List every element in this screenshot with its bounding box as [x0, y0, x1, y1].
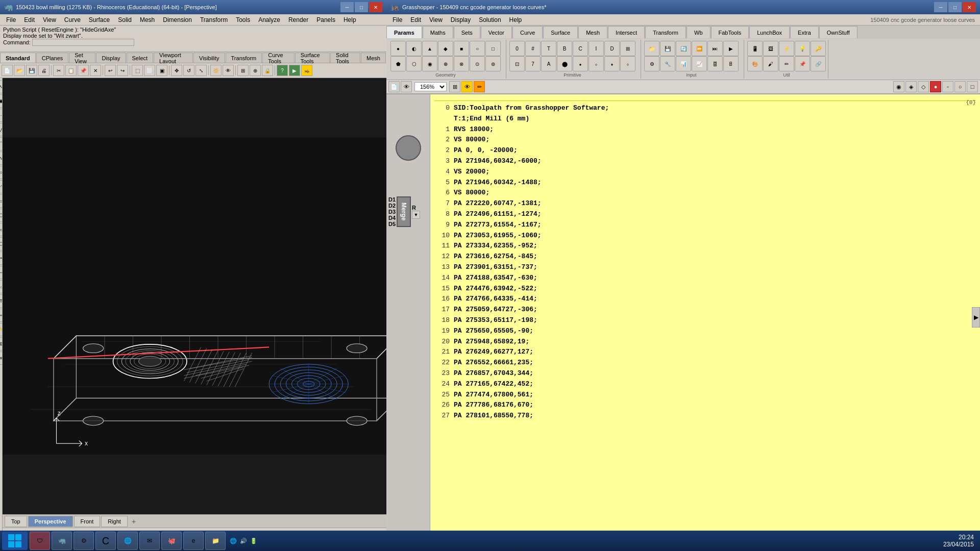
menu-edit[interactable]: Edit — [20, 15, 39, 24]
gh-tab-params[interactable]: Params — [386, 26, 422, 38]
gh-canvas[interactable]: {0} 0 SID:Toolpath from Grasshopper Soft… — [430, 94, 980, 540]
rhino-close-btn[interactable]: ✕ — [369, 2, 382, 12]
gh-btn-g10[interactable]: ◉ — [422, 56, 437, 71]
taskbar-app-sw[interactable]: 🛡 — [30, 532, 50, 550]
tb-move[interactable]: ✥ — [171, 65, 182, 76]
gh-tab-sets[interactable]: Sets — [454, 26, 480, 38]
gh-btn-p10[interactable]: 7 — [525, 56, 541, 71]
menu-panels[interactable]: Panels — [312, 15, 339, 24]
gh-btn-u8[interactable]: ✏ — [779, 56, 794, 71]
tb-scale[interactable]: ⤡ — [195, 65, 207, 76]
gh-btn-p11[interactable]: A — [541, 56, 556, 71]
gh-menu-edit[interactable]: Edit — [406, 15, 425, 24]
tb-open[interactable]: 📂 — [14, 65, 25, 76]
viewport-canvas[interactable]: x z — [3, 78, 386, 514]
gh-btn-u6[interactable]: 🎨 — [747, 56, 763, 71]
viewport-tab-top[interactable]: Top — [5, 516, 27, 527]
gcode-display[interactable]: {0} 0 SID:Toolpath from Grasshopper Soft… — [430, 94, 980, 540]
gh-tab-wb[interactable]: Wb — [687, 26, 710, 38]
gh-btn-g9[interactable]: ⬡ — [406, 56, 422, 71]
gh-btn-p13[interactable]: ⬥ — [573, 56, 588, 71]
tb-print[interactable]: 🖨 — [38, 65, 50, 76]
tb-cut[interactable]: ✂ — [53, 65, 64, 76]
gh-btn-i10[interactable]: 📈 — [692, 56, 707, 71]
gh-menu-view[interactable]: View — [425, 15, 447, 24]
taskbar-clock[interactable]: 20:24 23/04/2015 — [943, 534, 978, 548]
tb-grasshopper[interactable]: 🦗 — [301, 65, 312, 76]
gh-btn-g8[interactable]: ⬟ — [390, 56, 406, 71]
gh-btn-i3[interactable]: 🔄 — [676, 41, 691, 56]
taskbar-app-rhino[interactable]: 🦏 — [52, 532, 72, 550]
tab-visibility[interactable]: Visibility — [193, 53, 225, 63]
menu-transform[interactable]: Transform — [196, 15, 232, 24]
gh-view-btn-r7[interactable]: □ — [967, 81, 978, 92]
gh-btn-g13[interactable]: ⊙ — [470, 56, 485, 71]
gh-btn-g6[interactable]: ○ — [470, 41, 485, 56]
taskbar-app-filemanager[interactable]: 📁 — [205, 532, 226, 550]
tab-standard[interactable]: Standard — [0, 53, 36, 63]
gh-tab-extra[interactable]: Extra — [790, 26, 819, 38]
gh-btn-i8[interactable]: 🔧 — [660, 56, 675, 71]
gh-view-btn-pencil[interactable]: ✏ — [474, 81, 485, 92]
tab-display[interactable]: Display — [96, 53, 126, 63]
tab-transform[interactable]: Transform — [226, 53, 262, 63]
gh-btn-p1[interactable]: 0 — [509, 41, 525, 56]
menu-surface[interactable]: Surface — [85, 15, 114, 24]
tb-snap-grid[interactable]: ⊞ — [237, 65, 249, 76]
gh-btn-p8[interactable]: ⊞ — [620, 41, 635, 56]
gh-tab-lunchbox[interactable]: LunchBox — [749, 26, 790, 38]
gh-btn-i9[interactable]: 📊 — [676, 56, 691, 71]
tb-save[interactable]: 💾 — [26, 65, 37, 76]
viewport-tab-perspective[interactable]: Perspective — [28, 516, 73, 527]
menu-view[interactable]: View — [39, 15, 60, 24]
gh-tab-fabtools[interactable]: FabTools — [711, 26, 749, 38]
gh-view-btn-r4[interactable]: ● — [930, 81, 941, 92]
gh-btn-i5[interactable]: ⏭ — [707, 41, 723, 56]
menu-file[interactable]: File — [2, 15, 20, 24]
gh-btn-g4[interactable]: ◆ — [438, 41, 453, 56]
gh-btn-p14[interactable]: ⬦ — [589, 56, 604, 71]
gh-btn-g14[interactable]: ⊚ — [485, 56, 501, 71]
gh-btn-g12[interactable]: ⊗ — [454, 56, 469, 71]
gh-view-btn-r2[interactable]: ◈ — [905, 81, 917, 92]
tab-surface-tools[interactable]: Surface Tools — [295, 53, 330, 63]
taskbar-app-mail[interactable]: ✉ — [139, 532, 160, 550]
gh-view-btn-fit[interactable]: ⊞ — [449, 81, 460, 92]
gh-btn-u4[interactable]: 💡 — [795, 41, 810, 56]
gh-menu-file[interactable]: File — [388, 15, 406, 24]
viewport-tab-right[interactable]: Right — [101, 516, 128, 527]
menu-mesh[interactable]: Mesh — [136, 15, 159, 24]
gh-view-btn-doc[interactable]: 📄 — [388, 81, 400, 92]
gh-view-btn-r1[interactable]: ◉ — [893, 81, 904, 92]
gh-btn-p12[interactable]: ⬤ — [557, 56, 572, 71]
gh-btn-u3[interactable]: ⚡ — [779, 41, 794, 56]
gh-view-btn-r3[interactable]: ◇ — [918, 81, 929, 92]
gh-btn-p2[interactable]: # — [525, 41, 541, 56]
gh-tab-curve[interactable]: Curve — [512, 26, 543, 38]
tb-select-all[interactable]: ⬚ — [132, 65, 143, 76]
gh-btn-u2[interactable]: 🖼 — [763, 41, 778, 56]
gh-btn-p7[interactable]: D — [604, 41, 620, 56]
tb-render-preview[interactable]: 👁 — [223, 65, 234, 76]
gh-btn-g5[interactable]: ■ — [454, 41, 469, 56]
tb-delete[interactable]: ✕ — [90, 65, 101, 76]
gh-btn-p9[interactable]: ⊡ — [509, 56, 525, 71]
taskbar-app-settings[interactable]: ⚙ — [74, 532, 94, 550]
viewport-tab-front[interactable]: Front — [74, 516, 101, 527]
gh-btn-g2[interactable]: ◐ — [406, 41, 422, 56]
gh-menu-solution[interactable]: Solution — [475, 15, 505, 24]
gh-view-btn-r6[interactable]: ○ — [954, 81, 966, 92]
gh-tab-ownstuff[interactable]: OwnStuff — [819, 26, 857, 38]
gh-scroll-right[interactable]: ▶ — [972, 307, 980, 328]
tb-window-select[interactable]: ▣ — [156, 65, 167, 76]
gh-btn-g3[interactable]: ▲ — [422, 41, 437, 56]
command-input[interactable] — [32, 39, 134, 46]
tb-python[interactable]: ▶ — [289, 65, 300, 76]
taskbar-app-edge[interactable]: 🌐 — [117, 532, 138, 550]
gh-tab-transform[interactable]: Transform — [645, 26, 686, 38]
tb-new[interactable]: 📄 — [2, 65, 13, 76]
tab-select[interactable]: Select — [127, 53, 154, 63]
menu-curve[interactable]: Curve — [60, 15, 85, 24]
tb-redo[interactable]: ↪ — [117, 65, 128, 76]
gh-btn-i2[interactable]: 💾 — [660, 41, 675, 56]
